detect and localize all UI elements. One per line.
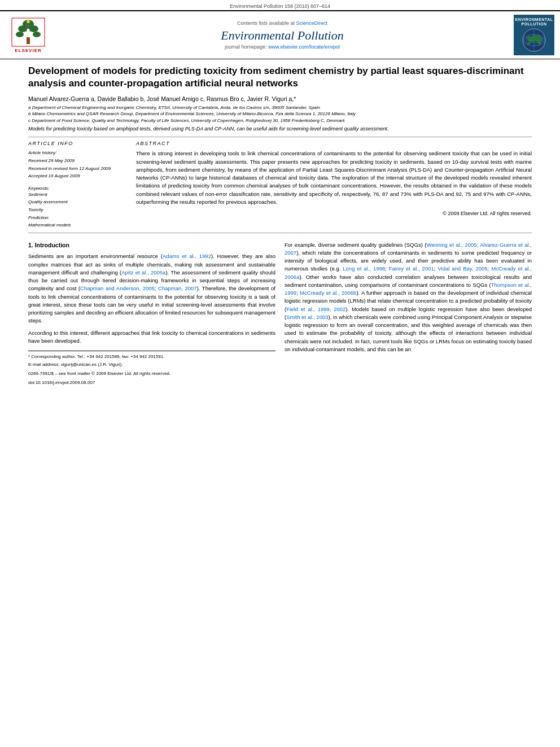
ref-wenning[interactable]: Wenning et al., 2005	[426, 242, 476, 248]
homepage-link[interactable]: www.elsevier.com/locate/envpol	[268, 44, 340, 50]
section-divider	[28, 233, 532, 233]
abstract-col: ABSTRACT There is strong interest in dev…	[136, 141, 532, 229]
intro-para1: Sediments are an important environmental…	[28, 252, 275, 325]
right-col: For example, diverse sediment quality gu…	[285, 241, 532, 387]
journal-title: Environmental Pollution	[51, 28, 514, 43]
ref-long[interactable]: Long et al., 1998	[343, 265, 385, 272]
footnote-corresponding: * Corresponding author. Tel.: +34 942 20…	[28, 353, 275, 360]
article-info-col: ARTICLE INFO Article history: Received 2…	[28, 141, 127, 229]
journal-header: ELSEVIER Contents lists available at Sci…	[0, 10, 560, 59]
article-history: Article history: Received 29 May 2009 Re…	[28, 149, 127, 180]
intro-para2: According to this interest, different ap…	[28, 329, 275, 346]
ref-mccready-2006b[interactable]: McCready et al., 2006b	[300, 290, 356, 296]
article-info-title: ARTICLE INFO	[28, 141, 127, 146]
footnote-area: * Corresponding author. Tel.: +34 942 20…	[28, 351, 275, 386]
keywords-list: Sediment Quality assessment Toxicity Pre…	[28, 191, 127, 229]
journal-center: Contents lists available at ScienceDirec…	[51, 20, 514, 50]
tagline: Models for predicting toxicity based on …	[28, 125, 532, 133]
ref-vidal[interactable]: Vidal and Bay, 2005	[438, 265, 487, 272]
ref-chapman-anderson[interactable]: Chapman and Anderson, 2005	[80, 285, 155, 291]
svg-point-8	[27, 20, 30, 23]
ref-fairey[interactable]: Fairey et al., 2001	[389, 265, 434, 272]
affiliations: a Department of Chemical Engineering and…	[28, 104, 532, 124]
svg-rect-7	[27, 37, 30, 44]
accepted-date: Accepted 16 August 2009	[28, 172, 127, 180]
header-divider	[28, 137, 532, 137]
abstract-title: ABSTRACT	[136, 141, 532, 146]
ep-journal-logo: ENVIRONMENTALPOLLUTION	[514, 15, 554, 55]
authors-line: Manuel Alvarez-Guerra a, Davide Ballabio…	[28, 95, 532, 102]
ref-smith[interactable]: Smith et al., 2003	[286, 314, 328, 320]
issn-line: 0269-7491/$ – see front matter © 2009 El…	[28, 370, 275, 377]
keywords-title: Keywords:	[28, 186, 127, 191]
keywords-section: Keywords: Sediment Quality assessment To…	[28, 186, 127, 229]
ref-chapman[interactable]: Chapman, 2007	[158, 285, 197, 291]
main-content: 1. Introduction Sediments are an importa…	[28, 241, 532, 387]
svg-point-3	[18, 25, 27, 32]
ref-field[interactable]: Field et al., 1999, 2002	[286, 306, 345, 312]
journal-homepage: journal homepage: www.elsevier.com/locat…	[51, 44, 514, 50]
footnote-email: E-mail address: vigurij@unican.es (J.R. …	[28, 361, 275, 368]
article-title: Development of models for predicting tox…	[28, 65, 532, 90]
article-body: Development of models for predicting tox…	[0, 59, 560, 392]
ref-adams[interactable]: Adams et al., 1992	[163, 253, 211, 259]
doi-line: doi:10.1016/j.envpol.2009.08.007	[28, 379, 275, 386]
sciencedirect-anchor[interactable]: ScienceDirect	[296, 20, 328, 26]
svg-point-4	[29, 25, 38, 32]
sciencedirect-link: Contents lists available at ScienceDirec…	[51, 20, 514, 26]
copyright-notice: © 2009 Elsevier Ltd. All rights reserved…	[136, 211, 532, 216]
page: Environmental Pollution 158 (2010) 607–6…	[0, 0, 560, 747]
affiliation-c: c Department of Food Science, Quality an…	[28, 117, 532, 124]
svg-point-6	[33, 32, 41, 37]
ref-alvarez-guerra[interactable]: Alvarez-Guerra et al., 2007	[285, 242, 532, 256]
section1-title: 1. Introduction	[28, 241, 275, 250]
ref-apitz[interactable]: Apitz et al., 2005a	[121, 269, 165, 276]
elsevier-logo: ELSEVIER	[6, 18, 51, 53]
abstract-text: There is strong interest in developing t…	[136, 150, 532, 206]
received-date: Received 29 May 2009	[28, 157, 127, 165]
affiliation-a: a Department of Chemical Engineering and…	[28, 104, 532, 111]
affiliation-b: b Milano Chemometrics and QSAR Research …	[28, 111, 532, 117]
left-col: 1. Introduction Sediments are an importa…	[28, 241, 275, 387]
right-para1: For example, diverse sediment quality gu…	[285, 241, 532, 354]
journal-reference: Environmental Pollution 158 (2010) 607–6…	[0, 0, 560, 10]
history-label: Article history:	[28, 149, 127, 157]
svg-point-5	[16, 32, 24, 37]
revised-date: Received in revised form 12 August 2009	[28, 165, 127, 173]
info-abstract-section: ARTICLE INFO Article history: Received 2…	[28, 141, 532, 229]
